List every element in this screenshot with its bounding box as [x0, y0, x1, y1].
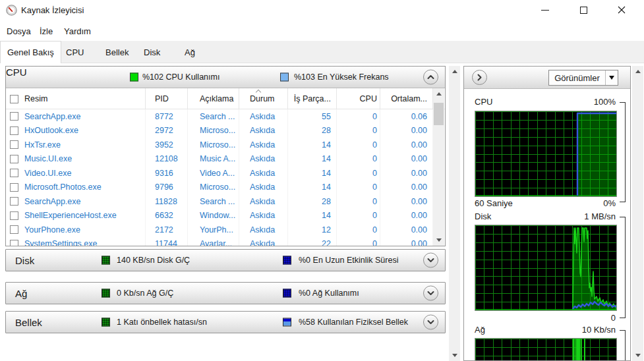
scroll-up-button[interactable] [449, 66, 460, 77]
memory-faults-graph-icon [102, 318, 110, 327]
process-name: HxTsr.exe [24, 140, 61, 150]
tab-genel-bakis[interactable]: Genel Bakış [0, 41, 61, 63]
network-expand-button[interactable] [423, 286, 438, 301]
table-row[interactable]: SearchApp.exe 8772 Search ... Askıda 55 … [6, 109, 433, 124]
cpu-collapse-button[interactable] [423, 70, 438, 85]
scroll-up-button[interactable] [632, 66, 643, 77]
graph-pane-scrollbar[interactable] [632, 66, 643, 361]
process-average-cpu: 0.00 [380, 152, 433, 167]
table-row[interactable]: Music.UI.exe 12108 Music A... Askıda 14 … [6, 152, 433, 167]
row-checkbox[interactable] [10, 183, 18, 192]
row-checkbox[interactable] [10, 197, 18, 206]
disk-graph-bracket [620, 217, 626, 318]
row-checkbox[interactable] [10, 211, 18, 220]
disk-io-graph-icon [102, 256, 110, 265]
row-checkbox[interactable] [10, 225, 18, 234]
tab-cpu[interactable]: CPU [63, 41, 103, 63]
column-header-ortalama[interactable]: Ortalam... [380, 88, 433, 109]
cpu-graph-labels: CPU 100% [475, 97, 616, 107]
table-row[interactable]: Video.UI.exe 9316 Video A... Askıda 14 0… [6, 166, 433, 180]
tab-disk[interactable]: Disk [142, 41, 182, 63]
process-description: Search ... [188, 109, 239, 124]
process-cpu: 0 [337, 223, 380, 237]
memory-section-header[interactable]: Bellek 1 Katı önbellek hatası/sn %58 Kul… [5, 311, 446, 333]
row-checkbox[interactable] [10, 126, 18, 135]
process-description: Microso... [188, 180, 239, 195]
title-bar: Kaynak İzleyicisi [0, 0, 644, 20]
column-label: İş Parça... [294, 94, 331, 103]
close-button[interactable] [610, 0, 633, 20]
column-label: Resim [24, 94, 47, 103]
row-checkbox[interactable] [10, 140, 18, 149]
triangle-up-icon [452, 70, 457, 73]
maximize-button[interactable] [572, 0, 595, 20]
chevron-down-icon [427, 258, 434, 263]
process-average-cpu: 0.00 [380, 209, 433, 223]
cpu-graph-axis-labels: 60 Saniye 0% [475, 198, 616, 209]
column-header-aciklama[interactable]: Açıklama [188, 88, 239, 109]
table-scrollbar[interactable] [433, 88, 444, 246]
table-row[interactable]: ShellExperienceHost.exe 6632 Window... A… [6, 209, 433, 223]
disk-expand-button[interactable] [423, 253, 438, 268]
minimize-button[interactable] [534, 0, 556, 20]
process-cpu: 0 [337, 180, 380, 195]
scrollbar-thumb[interactable] [434, 103, 444, 125]
triangle-down-icon [452, 354, 457, 357]
cpu-usage-legend-label: %102 CPU Kullanımı [142, 72, 220, 82]
column-header-durum[interactable]: Durum [239, 88, 288, 109]
resource-monitor-window: Kaynak İzleyicisi Dosya İzle Yardım Gene… [0, 0, 644, 361]
tab-ag[interactable]: Ağ [183, 41, 212, 63]
network-section-header[interactable]: Ağ 0 Kb/sn Ağ G/Ç %0 Ağ Kullanımı [5, 282, 446, 304]
process-pid: 2172 [146, 223, 188, 237]
network-io-label: 0 Kb/sn Ağ G/Ç [117, 289, 173, 298]
main-pane-scrollbar[interactable] [449, 66, 460, 361]
column-label: Ortalam... [391, 94, 427, 103]
table-row[interactable]: HxOutlook.exe 2972 Microso... Askıda 28 … [6, 124, 433, 138]
row-checkbox[interactable] [10, 169, 18, 177]
select-all-checkbox[interactable] [10, 95, 18, 103]
scroll-down-button[interactable] [449, 350, 460, 361]
table-row[interactable]: SystemSettings.exe 11744 Ayarlar... Askı… [6, 237, 433, 246]
process-description: Music A... [188, 152, 239, 167]
column-header-is-parcacigi[interactable]: İş Parça... [288, 88, 337, 109]
process-cpu: 0 [337, 124, 380, 138]
process-pid: 9316 [146, 166, 188, 180]
menu-item-yardim[interactable]: Yardım [64, 25, 91, 38]
process-description: YourPh... [188, 223, 239, 237]
graphs-panel: Görünümler CPU 100% 60 Saniye 0% Disk 1 … [463, 66, 631, 361]
disk-section-header[interactable]: Disk 140 KB/sn Disk G/Ç %0 En Uzun Etkin… [5, 249, 446, 271]
maximize-icon [580, 7, 587, 14]
process-cpu: 0 [337, 138, 380, 152]
row-checkbox[interactable] [10, 240, 18, 246]
process-status: Askıda [239, 194, 288, 209]
tab-bellek[interactable]: Bellek [103, 41, 142, 63]
menu-item-izle[interactable]: İzle [40, 25, 53, 38]
process-status: Askıda [239, 223, 288, 237]
cpu-graph-xlabel: 60 Saniye [475, 198, 513, 208]
menu-item-dosya[interactable]: Dosya [7, 25, 31, 38]
cpu-section-header[interactable]: CPU %102 CPU Kullanımı %103 En Yüksek Fr… [6, 67, 445, 88]
table-row[interactable]: SearchApp.exe 11828 Search ... Askıda 28… [6, 194, 433, 209]
row-checkbox[interactable] [10, 155, 18, 163]
process-description: Window... [188, 209, 239, 223]
table-row[interactable]: YourPhone.exe 2172 YourPh... Askıda 12 0… [6, 223, 433, 237]
column-header-pid[interactable]: PID [146, 88, 188, 109]
table-row[interactable]: HxTsr.exe 3952 Microso... Askıda 14 0 0.… [6, 138, 433, 152]
memory-expand-button[interactable] [423, 315, 438, 330]
row-checkbox[interactable] [10, 112, 18, 121]
triangle-down-icon [436, 238, 442, 242]
process-cpu: 0 [337, 194, 380, 209]
network-spikes [573, 339, 585, 361]
process-threads: 14 [288, 152, 337, 167]
close-icon [618, 6, 626, 14]
cpu-frequency-legend-swatch [280, 73, 289, 82]
column-header-resim[interactable]: Resim [6, 88, 146, 109]
column-header-cpu[interactable]: CPU [337, 88, 380, 109]
scroll-up-button[interactable] [433, 88, 444, 99]
views-dropdown-button[interactable]: Görünümler [548, 70, 618, 86]
scroll-down-button[interactable] [433, 235, 444, 246]
scroll-down-button[interactable] [632, 350, 643, 361]
table-row[interactable]: Microsoft.Photos.exe 9796 Microso... Ask… [6, 180, 433, 195]
graphs-collapse-button[interactable] [472, 70, 487, 85]
process-name: SystemSettings.exe [24, 239, 97, 246]
